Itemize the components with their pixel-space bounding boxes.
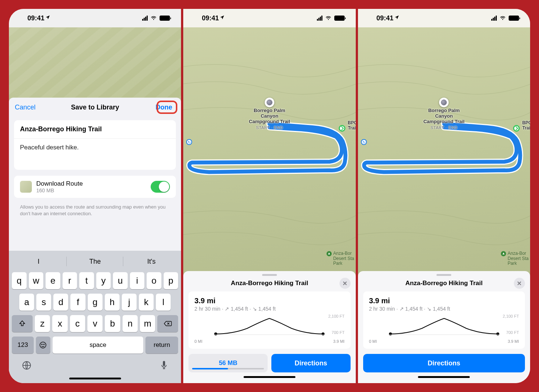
key-r[interactable]: r <box>63 272 77 289</box>
status-time: 09:41 <box>27 14 44 22</box>
route-start-marker[interactable] <box>513 125 520 132</box>
key-row-1: qwertyuiop <box>10 270 180 291</box>
park-icon: ▲ <box>501 251 506 256</box>
key-a[interactable]: a <box>19 294 34 311</box>
save-sheet: Cancel Save to Library Done Anza-Borrego… <box>9 98 181 383</box>
key-h[interactable]: h <box>105 294 120 311</box>
ascent-icon: ↗ <box>225 306 229 312</box>
download-toggle[interactable] <box>151 181 170 193</box>
key-y[interactable]: y <box>96 272 111 289</box>
route-name-input[interactable]: Anza-Borrego Hiking Trail <box>14 120 176 139</box>
directions-button[interactable]: Directions <box>363 354 525 372</box>
key-t[interactable]: t <box>79 272 94 289</box>
stats-card: 3.9 mi 2 hr 30 min · ↗1,454 ft · ↘1,454 … <box>363 291 525 349</box>
key-e[interactable]: e <box>46 272 60 289</box>
key-w[interactable]: w <box>29 272 44 289</box>
key-k[interactable]: k <box>139 294 154 311</box>
key-f[interactable]: f <box>70 294 85 311</box>
route-loop-marker[interactable] <box>361 139 367 145</box>
key-v[interactable]: v <box>87 315 103 332</box>
park-label: ▲ Anza-BorDesert StaPark <box>327 251 354 266</box>
route-info-title: Anza-Borrego Hiking Trail <box>405 280 483 287</box>
key-u[interactable]: u <box>113 272 128 289</box>
keyboard-suggestion[interactable]: I <box>10 253 67 270</box>
trail-label: Borrego PalmCanyonCampground Trail START… <box>424 108 465 130</box>
keyboard-suggestion[interactable]: It's <box>123 253 180 270</box>
download-route-label: Download Route <box>36 180 146 187</box>
route-ascent: 1,454 ft <box>405 306 423 312</box>
battery-icon <box>160 16 170 21</box>
wifi-icon <box>150 14 157 22</box>
route-distance: 3.9 mi <box>369 297 519 305</box>
key-p[interactable]: p <box>164 272 178 289</box>
return-key[interactable]: return <box>145 337 178 354</box>
route-line <box>358 27 530 276</box>
home-indicator[interactable] <box>244 376 295 378</box>
map-pin[interactable] <box>265 98 274 107</box>
descent-icon: ↘ <box>427 306 431 312</box>
key-b[interactable]: b <box>105 315 120 332</box>
phones-container: 09:41 Cancel Save to Library Done Anza-B… <box>9 9 530 383</box>
annotation-highlight <box>157 101 177 114</box>
keyboard-suggestion[interactable]: The <box>67 253 123 270</box>
sheet-title: Save to Library <box>71 104 119 111</box>
map-view[interactable]: Borrego Palm Canyon Campground Trail STA… <box>183 27 355 276</box>
key-l[interactable]: l <box>156 294 171 311</box>
map-pin[interactable] <box>439 98 449 107</box>
park-icon: ▲ <box>327 251 332 256</box>
key-q[interactable]: q <box>12 272 27 289</box>
park-label: ▲ Anza-BorDesert StaPark <box>501 251 529 266</box>
svg-point-8 <box>389 332 392 335</box>
space-key[interactable]: space <box>53 337 143 354</box>
key-g[interactable]: g <box>88 294 103 311</box>
route-descent: 1,454 ft <box>258 306 276 312</box>
elevation-chart: 2,100 FT 700 FT <box>369 315 519 338</box>
route-duration: 2 hr 30 min <box>369 306 395 312</box>
side-trail-label: BPCTrail <box>348 121 355 131</box>
key-j[interactable]: j <box>122 294 137 311</box>
key-o[interactable]: o <box>147 272 161 289</box>
numbers-key[interactable]: 123 <box>12 337 34 354</box>
route-description-input[interactable]: Peaceful desert hike. <box>14 139 176 170</box>
key-c[interactable]: c <box>70 315 85 332</box>
sheet-grabber[interactable] <box>436 274 451 276</box>
cancel-button[interactable]: Cancel <box>15 104 36 111</box>
route-start-marker[interactable] <box>339 125 345 132</box>
key-d[interactable]: d <box>53 294 68 311</box>
key-row-2: asdfghjkl <box>10 291 180 313</box>
globe-icon[interactable] <box>21 360 32 373</box>
location-services-icon <box>394 15 399 21</box>
microphone-icon[interactable] <box>160 360 168 373</box>
status-time: 09:41 <box>202 14 219 22</box>
battery-icon <box>334 16 345 21</box>
key-m[interactable]: m <box>140 315 155 332</box>
route-distance: 3.9 mi <box>194 297 344 305</box>
home-indicator[interactable] <box>69 378 121 379</box>
svg-rect-4 <box>163 361 165 366</box>
cellular-signal-icon <box>142 16 148 21</box>
close-button[interactable]: ✕ <box>339 278 351 289</box>
phone-2: 09:41 Borrego Palm Canyon Campground Tra… <box>183 9 355 383</box>
wifi-icon <box>499 14 506 22</box>
directions-button[interactable]: Directions <box>271 354 351 372</box>
key-i[interactable]: i <box>130 272 145 289</box>
sheet-grabber[interactable] <box>262 274 277 276</box>
home-indicator[interactable] <box>418 376 470 378</box>
emoji-key[interactable] <box>36 337 50 354</box>
map-view[interactable]: Borrego PalmCanyonCampground Trail START… <box>358 27 530 276</box>
key-n[interactable]: n <box>123 315 138 332</box>
close-button[interactable]: ✕ <box>514 278 525 289</box>
key-z[interactable]: z <box>35 315 50 332</box>
key-s[interactable]: s <box>36 294 51 311</box>
status-time: 09:41 <box>376 14 394 22</box>
route-info-title: Anza-Borrego Hiking Trail <box>231 280 308 287</box>
download-progress[interactable]: 56 MB <box>188 354 268 372</box>
key-row-3: zxcvbnm <box>10 313 180 334</box>
shift-key[interactable] <box>12 315 33 332</box>
route-duration: 2 hr 30 min <box>194 306 220 312</box>
elevation-chart: 2,100 FT 700 FT <box>194 315 344 338</box>
route-loop-marker[interactable] <box>186 139 192 145</box>
backspace-key[interactable] <box>157 315 178 332</box>
key-x[interactable]: x <box>52 315 67 332</box>
svg-point-1 <box>42 344 43 345</box>
